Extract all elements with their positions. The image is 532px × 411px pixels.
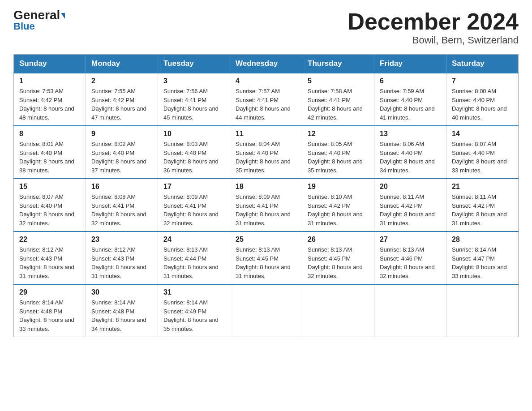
- calendar-day-cell: 30 Sunrise: 8:14 AM Sunset: 4:48 PM Dayl…: [86, 284, 158, 337]
- title-block: December 2024 Bowil, Bern, Switzerland: [348, 9, 519, 46]
- calendar-day-cell: 24 Sunrise: 8:13 AM Sunset: 4:44 PM Dayl…: [158, 231, 230, 284]
- calendar-week-row: 1 Sunrise: 7:53 AM Sunset: 4:42 PM Dayli…: [14, 73, 519, 126]
- day-number: 20: [380, 183, 441, 191]
- page-subtitle: Bowil, Bern, Switzerland: [348, 34, 519, 46]
- calendar-header-row: SundayMondayTuesdayWednesdayThursdayFrid…: [14, 55, 519, 73]
- day-info: Sunrise: 7:58 AM Sunset: 4:41 PM Dayligh…: [308, 87, 369, 122]
- day-info: Sunrise: 8:14 AM Sunset: 4:48 PM Dayligh…: [91, 298, 152, 333]
- calendar-day-cell: 2 Sunrise: 7:55 AM Sunset: 4:42 PM Dayli…: [86, 73, 158, 126]
- calendar-day-cell: 26 Sunrise: 8:13 AM Sunset: 4:45 PM Dayl…: [302, 231, 374, 284]
- day-info: Sunrise: 8:13 AM Sunset: 4:45 PM Dayligh…: [308, 245, 369, 280]
- day-info: Sunrise: 7:53 AM Sunset: 4:42 PM Dayligh…: [19, 87, 80, 122]
- day-info: Sunrise: 8:03 AM Sunset: 4:40 PM Dayligh…: [163, 140, 224, 175]
- calendar-day-cell: 29 Sunrise: 8:14 AM Sunset: 4:48 PM Dayl…: [14, 284, 86, 337]
- calendar-table: SundayMondayTuesdayWednesdayThursdayFrid…: [13, 54, 519, 337]
- day-number: 27: [380, 235, 441, 244]
- day-info: Sunrise: 8:06 AM Sunset: 4:40 PM Dayligh…: [380, 140, 441, 175]
- calendar-day-cell: [374, 284, 446, 337]
- day-number: 18: [236, 183, 296, 191]
- calendar-day-cell: 23 Sunrise: 8:12 AM Sunset: 4:43 PM Dayl…: [86, 231, 158, 284]
- calendar-day-cell: 9 Sunrise: 8:02 AM Sunset: 4:40 PM Dayli…: [86, 126, 158, 179]
- day-number: 24: [163, 235, 224, 244]
- calendar-day-cell: 20 Sunrise: 8:11 AM Sunset: 4:42 PM Dayl…: [374, 179, 446, 231]
- day-number: 22: [19, 235, 80, 244]
- day-info: Sunrise: 8:09 AM Sunset: 4:41 PM Dayligh…: [236, 193, 296, 227]
- day-number: 29: [19, 288, 80, 296]
- day-number: 28: [452, 235, 513, 244]
- calendar-day-cell: 10 Sunrise: 8:03 AM Sunset: 4:40 PM Dayl…: [158, 126, 230, 179]
- weekday-header: Saturday: [446, 55, 519, 73]
- calendar-day-cell: 15 Sunrise: 8:07 AM Sunset: 4:40 PM Dayl…: [14, 179, 86, 231]
- day-info: Sunrise: 8:11 AM Sunset: 4:42 PM Dayligh…: [452, 193, 513, 227]
- calendar-day-cell: 1 Sunrise: 7:53 AM Sunset: 4:42 PM Dayli…: [14, 73, 86, 126]
- calendar-day-cell: 6 Sunrise: 7:59 AM Sunset: 4:40 PM Dayli…: [374, 73, 446, 126]
- calendar-day-cell: 18 Sunrise: 8:09 AM Sunset: 4:41 PM Dayl…: [230, 179, 302, 231]
- calendar-day-cell: 25 Sunrise: 8:13 AM Sunset: 4:45 PM Dayl…: [230, 231, 302, 284]
- day-number: 6: [380, 77, 441, 85]
- day-number: 15: [19, 183, 80, 191]
- day-info: Sunrise: 8:14 AM Sunset: 4:48 PM Dayligh…: [19, 298, 80, 333]
- calendar-day-cell: 28 Sunrise: 8:14 AM Sunset: 4:47 PM Dayl…: [446, 231, 519, 284]
- calendar-day-cell: 8 Sunrise: 8:01 AM Sunset: 4:40 PM Dayli…: [14, 126, 86, 179]
- day-number: 4: [236, 77, 296, 85]
- calendar-day-cell: 14 Sunrise: 8:07 AM Sunset: 4:40 PM Dayl…: [446, 126, 519, 179]
- day-info: Sunrise: 8:11 AM Sunset: 4:42 PM Dayligh…: [380, 193, 441, 227]
- day-info: Sunrise: 8:13 AM Sunset: 4:44 PM Dayligh…: [163, 245, 224, 280]
- day-number: 30: [91, 288, 152, 296]
- calendar-day-cell: 7 Sunrise: 8:00 AM Sunset: 4:40 PM Dayli…: [446, 73, 519, 126]
- calendar-day-cell: [446, 284, 519, 337]
- calendar-week-row: 15 Sunrise: 8:07 AM Sunset: 4:40 PM Dayl…: [14, 179, 519, 231]
- calendar-day-cell: 19 Sunrise: 8:10 AM Sunset: 4:42 PM Dayl…: [302, 179, 374, 231]
- logo-text: General: [13, 9, 65, 21]
- day-number: 7: [452, 77, 513, 85]
- day-number: 21: [452, 183, 513, 191]
- calendar-day-cell: [230, 284, 302, 337]
- calendar-day-cell: 13 Sunrise: 8:06 AM Sunset: 4:40 PM Dayl…: [374, 126, 446, 179]
- day-number: 2: [91, 77, 152, 85]
- page-title: December 2024: [348, 9, 519, 34]
- weekday-header: Thursday: [302, 55, 374, 73]
- day-number: 8: [19, 130, 80, 138]
- day-info: Sunrise: 7:59 AM Sunset: 4:40 PM Dayligh…: [380, 87, 441, 122]
- page-header: General Blue December 2024 Bowil, Bern, …: [13, 9, 519, 46]
- day-number: 16: [91, 183, 152, 191]
- day-info: Sunrise: 8:00 AM Sunset: 4:40 PM Dayligh…: [452, 87, 513, 122]
- day-info: Sunrise: 8:14 AM Sunset: 4:49 PM Dayligh…: [163, 298, 224, 333]
- day-number: 14: [452, 130, 513, 138]
- day-number: 3: [163, 77, 224, 85]
- day-info: Sunrise: 8:12 AM Sunset: 4:43 PM Dayligh…: [19, 245, 80, 280]
- day-info: Sunrise: 8:04 AM Sunset: 4:40 PM Dayligh…: [236, 140, 296, 175]
- day-info: Sunrise: 8:07 AM Sunset: 4:40 PM Dayligh…: [19, 193, 80, 227]
- calendar-week-row: 29 Sunrise: 8:14 AM Sunset: 4:48 PM Dayl…: [14, 284, 519, 337]
- day-number: 11: [236, 130, 296, 138]
- weekday-header: Sunday: [14, 55, 86, 73]
- day-number: 31: [163, 288, 224, 296]
- day-number: 12: [308, 130, 369, 138]
- calendar-day-cell: 16 Sunrise: 8:08 AM Sunset: 4:41 PM Dayl…: [86, 179, 158, 231]
- day-info: Sunrise: 8:13 AM Sunset: 4:46 PM Dayligh…: [380, 245, 441, 280]
- logo-arrow-icon: [61, 13, 65, 19]
- calendar-week-row: 8 Sunrise: 8:01 AM Sunset: 4:40 PM Dayli…: [14, 126, 519, 179]
- day-number: 5: [308, 77, 369, 85]
- weekday-header: Friday: [374, 55, 446, 73]
- day-info: Sunrise: 8:05 AM Sunset: 4:40 PM Dayligh…: [308, 140, 369, 175]
- day-info: Sunrise: 8:12 AM Sunset: 4:43 PM Dayligh…: [91, 245, 152, 280]
- day-number: 9: [91, 130, 152, 138]
- weekday-header: Monday: [86, 55, 158, 73]
- calendar-day-cell: 17 Sunrise: 8:09 AM Sunset: 4:41 PM Dayl…: [158, 179, 230, 231]
- logo: General Blue: [13, 9, 65, 32]
- day-number: 25: [236, 235, 296, 244]
- calendar-day-cell: [302, 284, 374, 337]
- calendar-day-cell: 31 Sunrise: 8:14 AM Sunset: 4:49 PM Dayl…: [158, 284, 230, 337]
- calendar-day-cell: 27 Sunrise: 8:13 AM Sunset: 4:46 PM Dayl…: [374, 231, 446, 284]
- calendar-day-cell: 12 Sunrise: 8:05 AM Sunset: 4:40 PM Dayl…: [302, 126, 374, 179]
- weekday-header: Wednesday: [230, 55, 302, 73]
- calendar-day-cell: 21 Sunrise: 8:11 AM Sunset: 4:42 PM Dayl…: [446, 179, 519, 231]
- logo-blue: Blue: [13, 21, 35, 32]
- calendar-day-cell: 5 Sunrise: 7:58 AM Sunset: 4:41 PM Dayli…: [302, 73, 374, 126]
- day-number: 10: [163, 130, 224, 138]
- day-number: 26: [308, 235, 369, 244]
- day-info: Sunrise: 8:02 AM Sunset: 4:40 PM Dayligh…: [91, 140, 152, 175]
- calendar-week-row: 22 Sunrise: 8:12 AM Sunset: 4:43 PM Dayl…: [14, 231, 519, 284]
- day-info: Sunrise: 8:13 AM Sunset: 4:45 PM Dayligh…: [236, 245, 296, 280]
